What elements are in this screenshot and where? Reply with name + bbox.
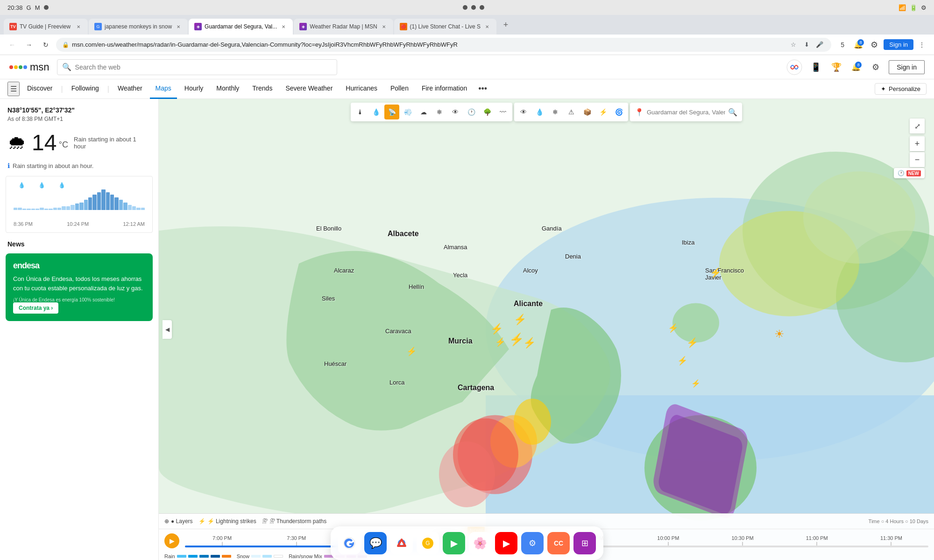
map-tb-precip[interactable]: 💧 bbox=[368, 105, 383, 119]
dock-google[interactable] bbox=[338, 532, 361, 554]
timeline-item-1[interactable]: 7:30 PM bbox=[259, 535, 333, 546]
map-tb-extra2[interactable]: 💧 bbox=[532, 105, 547, 119]
mobile-icon-button[interactable]: 📱 bbox=[808, 60, 823, 75]
map-search-input[interactable] bbox=[647, 109, 725, 116]
ad-logo: endesa bbox=[13, 261, 145, 271]
map-tb-pollen[interactable]: 🌳 bbox=[480, 105, 495, 119]
map-collapse-button[interactable]: ◀ bbox=[163, 320, 172, 339]
map-tb-extra4[interactable]: ⚠ bbox=[564, 105, 579, 119]
map-tb-uv[interactable]: 🕐 bbox=[464, 105, 479, 119]
map-tb-extra7[interactable]: 🌀 bbox=[611, 105, 626, 119]
extensions-button[interactable]: 5 bbox=[835, 37, 850, 52]
nav-more-button[interactable]: ••• bbox=[474, 84, 491, 94]
msn-search-bar[interactable]: 🔍 bbox=[57, 59, 337, 75]
menu-button[interactable]: ⋮ bbox=[915, 38, 928, 51]
notification-button[interactable]: 🔔 8 bbox=[852, 38, 865, 51]
dock-captions[interactable]: CC bbox=[547, 532, 570, 554]
back-button[interactable]: ← bbox=[6, 38, 19, 51]
tab-close-monkeys[interactable]: ✕ bbox=[175, 23, 182, 30]
msn-settings-button[interactable]: ⚙ bbox=[868, 60, 883, 75]
sign-in-button[interactable]: Sign in bbox=[884, 39, 913, 50]
nav-item-severe[interactable]: Severe Weather bbox=[280, 79, 338, 99]
city-ibiza: Ibiza bbox=[682, 239, 694, 246]
map-search-icon: 📍 bbox=[635, 108, 644, 117]
msn-notification-button[interactable]: 🔔 8 bbox=[849, 61, 863, 74]
tab-tvguide[interactable]: TV TV Guide | Freeview ✕ bbox=[4, 19, 88, 35]
ad-cta-button[interactable]: Contrata ya › bbox=[13, 302, 58, 314]
msn-logo[interactable]: msn bbox=[9, 61, 50, 73]
reload-button[interactable]: ↻ bbox=[39, 38, 52, 51]
msn-sign-in-button[interactable]: Sign in bbox=[889, 60, 925, 74]
nav-item-trends[interactable]: Trends bbox=[247, 79, 278, 99]
map-tb-radar[interactable]: 📡 bbox=[384, 105, 399, 119]
tab-weather[interactable]: ◈ Weather Radar Map | MSN ✕ bbox=[294, 19, 393, 35]
personalize-button[interactable]: ✦ Personalize bbox=[875, 83, 927, 95]
nav-item-weather[interactable]: Weather bbox=[112, 79, 148, 99]
map-tb-extra5[interactable]: 📦 bbox=[580, 105, 594, 119]
timeline-item-6[interactable]: 10:00 PM bbox=[631, 535, 705, 546]
map-tb-extra3[interactable]: ❄ bbox=[548, 105, 563, 119]
copilot-icon[interactable] bbox=[786, 59, 803, 76]
thunderstorm-paths-button[interactable]: ⛈ ⛈ Thunderstorm paths bbox=[262, 518, 327, 525]
rewards-icon-button[interactable]: 🏆 bbox=[829, 60, 844, 75]
map-tb-cloud[interactable]: ☁ bbox=[416, 105, 431, 119]
map-tb-temp[interactable]: 🌡 bbox=[353, 105, 368, 119]
tab-monkeys[interactable]: G japanese monkeys in snow ✕ bbox=[89, 19, 188, 35]
nav-item-pollen[interactable]: Pollen bbox=[385, 79, 414, 99]
logo-dot-yellow bbox=[14, 65, 18, 69]
timeline-item-7[interactable]: 10:30 PM bbox=[705, 535, 779, 546]
nav-item-hurricanes[interactable]: Hurricanes bbox=[340, 79, 383, 99]
map-tb-snow-depth[interactable]: ❄ bbox=[432, 105, 447, 119]
search-input[interactable] bbox=[75, 63, 332, 71]
zoom-out-button[interactable]: − bbox=[910, 152, 925, 167]
dock-appgrid[interactable]: ⚙ bbox=[521, 532, 544, 554]
tab-close-guardamar[interactable]: ✕ bbox=[280, 23, 287, 30]
map-tb-wind[interactable]: 💨 bbox=[400, 105, 415, 119]
timeline-item-8[interactable]: 11:00 PM bbox=[780, 535, 854, 546]
tab-stoner[interactable]: 🔴 (1) Live Stoner Chat - Live S ✕ bbox=[394, 19, 496, 35]
tab-close-tvguide[interactable]: ✕ bbox=[75, 23, 82, 30]
timeline-item-9[interactable]: 11:30 PM bbox=[854, 535, 928, 546]
play-button[interactable]: ▶ bbox=[164, 533, 179, 548]
map-search[interactable]: 📍 🔍 bbox=[630, 103, 742, 121]
address-actions: ☆ ⬇ 🎤 bbox=[788, 39, 825, 50]
map-tb-extra6[interactable]: ⚡ bbox=[595, 105, 610, 119]
map-tb-extra1[interactable]: 👁 bbox=[516, 105, 531, 119]
nav-item-hourly[interactable]: Hourly bbox=[179, 79, 209, 99]
nav-item-discover[interactable]: Discover bbox=[21, 79, 58, 99]
dock-play[interactable]: ▶ bbox=[443, 532, 465, 554]
new-badge-button[interactable]: 🕐 NEW bbox=[894, 168, 925, 178]
address-bar[interactable]: 🔒 msn.com/en-us/weather/maps/radar/in-Gu… bbox=[56, 38, 831, 52]
tab-close-stoner[interactable]: ✕ bbox=[483, 23, 491, 30]
layers-button[interactable]: ⊕ ● Layers bbox=[164, 518, 193, 525]
dock-apps[interactable]: ⊞ bbox=[573, 532, 596, 554]
nav-hamburger[interactable]: ☰ bbox=[7, 82, 20, 96]
map-tb-visibility[interactable]: 👁 bbox=[448, 105, 463, 119]
map-container[interactable]: 🌡 💧 📡 💨 ☁ ❄ 👁 🕐 🌳 〰 👁 💧 ❄ ⚠ 📦 bbox=[159, 99, 934, 560]
new-label: NEW bbox=[906, 170, 921, 176]
tab-guardamar[interactable]: ◈ Guardamar del Segura, Val... ✕ bbox=[189, 19, 293, 35]
tab-title-stoner: (1) Live Stoner Chat - Live S bbox=[410, 23, 481, 30]
nav-item-fire[interactable]: Fire information bbox=[416, 79, 473, 99]
nav-item-maps[interactable]: Maps bbox=[150, 79, 177, 99]
forward-button[interactable]: → bbox=[22, 38, 35, 51]
download-button[interactable]: ⬇ bbox=[801, 39, 812, 50]
mic-button[interactable]: 🎤 bbox=[814, 39, 825, 50]
dock-photos[interactable]: 🌸 bbox=[469, 532, 491, 554]
map-expand-button[interactable]: ⤢ bbox=[910, 119, 925, 133]
settings-button[interactable]: ⚙ bbox=[867, 37, 882, 52]
zoom-in-button[interactable]: + bbox=[910, 136, 925, 151]
nav-item-monthly[interactable]: Monthly bbox=[211, 79, 245, 99]
bookmark-button[interactable]: ☆ bbox=[788, 39, 799, 50]
dock-chrome[interactable] bbox=[390, 532, 413, 554]
dock-assistant[interactable]: G bbox=[417, 532, 439, 554]
timeline-item-0[interactable]: 7:00 PM bbox=[185, 535, 259, 546]
tab-close-weather[interactable]: ✕ bbox=[380, 23, 388, 30]
dock-messages[interactable]: 💬 bbox=[364, 532, 387, 554]
map-search-submit[interactable]: 🔍 bbox=[728, 108, 737, 117]
nav-item-following[interactable]: Following bbox=[66, 79, 105, 99]
map-tb-wave[interactable]: 〰 bbox=[495, 105, 510, 119]
lightning-strikes-button[interactable]: ⚡ ⚡ Lightning strikes bbox=[198, 518, 256, 525]
dock-youtube[interactable]: ▶ bbox=[495, 532, 517, 554]
new-tab-button[interactable]: + bbox=[499, 18, 512, 31]
